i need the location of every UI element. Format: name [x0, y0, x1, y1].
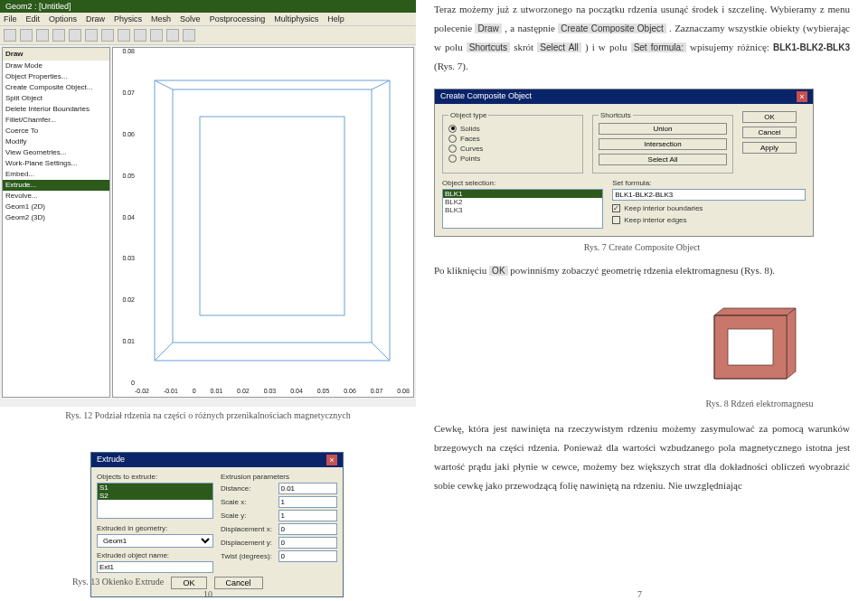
paragraph-3: Cewkę, która jest nawinięta na rzeczywis… — [434, 419, 850, 495]
y-tick: 0.05 — [115, 173, 135, 179]
list-item[interactable]: BLK1 — [443, 190, 602, 198]
model-tree[interactable]: Draw Draw ModeObject Properties...Create… — [2, 47, 110, 398]
menu-bar[interactable]: File Edit Options Draw Physics Mesh Solv… — [0, 13, 416, 26]
ok-button[interactable]: OK — [171, 577, 206, 589]
distance-field[interactable] — [278, 483, 338, 494]
object-selection-list[interactable]: BLK1 BLK2 BLK3 — [442, 189, 603, 229]
menu-postprocessing[interactable]: Postprocessing — [210, 14, 266, 23]
radio-faces[interactable]: Faces — [448, 135, 577, 143]
tree-item[interactable]: View Geometries... — [3, 147, 109, 158]
list-item[interactable]: S1 — [98, 484, 212, 492]
scaley-label: Scale y: — [221, 512, 275, 520]
shortcuts-group: Shortcuts Union Intersection Select All — [592, 111, 733, 174]
cancel-button[interactable]: Cancel — [742, 127, 797, 138]
figure-13-caption: Rys. 13 Okienko Extrude — [72, 577, 164, 587]
list-item[interactable]: BLK3 — [443, 206, 602, 214]
dispy-label: Displacement y: — [221, 539, 275, 547]
keep-boundaries-check[interactable]: ✓Keep interior boundaries — [612, 204, 806, 212]
radio-points[interactable]: Points — [448, 155, 577, 163]
geom-select[interactable]: Geom1 — [97, 534, 213, 548]
figure-8-core — [687, 288, 832, 397]
tree-item[interactable]: Split Object — [3, 93, 109, 104]
svg-marker-6 — [155, 80, 390, 361]
params-label: Extrusion parameters — [221, 473, 337, 481]
toolbar[interactable] — [0, 26, 416, 45]
menu-file[interactable]: File — [4, 14, 17, 23]
list-item[interactable]: BLK2 — [443, 198, 602, 206]
close-icon[interactable]: × — [326, 455, 337, 465]
tree-item[interactable]: Embed... — [3, 169, 109, 180]
y-tick: 0.06 — [115, 131, 135, 137]
tree-item[interactable]: Draw Mode — [3, 61, 109, 71]
menu-physics[interactable]: Physics — [114, 14, 142, 23]
intersection-button[interactable]: Intersection — [599, 138, 727, 150]
toolbar-button[interactable] — [166, 29, 179, 42]
close-icon[interactable]: × — [797, 91, 807, 102]
select-all-button[interactable]: Select All — [599, 154, 727, 165]
tree-item[interactable]: Revolve... — [3, 191, 109, 202]
tree-item[interactable]: Delete Interior Boundaries — [3, 104, 109, 115]
x-tick: 0.03 — [264, 388, 277, 397]
toolbar-button[interactable] — [85, 29, 98, 42]
extrude-dialog: Extrude × Objects to extrude: S1 S2 Extr… — [90, 452, 344, 597]
toolbar-button[interactable] — [52, 29, 65, 42]
menu-solve[interactable]: Solve — [180, 14, 201, 23]
geometry-canvas[interactable]: 0.080.070.060.050.040.030.020.010 -0.02-… — [112, 47, 414, 398]
shortcuts-legend: Shortcuts — [599, 111, 633, 119]
formula-text: BLK1-BLK2-BLK3 — [773, 42, 850, 52]
tree-item[interactable]: Geom1 (2D) — [3, 202, 109, 212]
toolbar-button[interactable] — [134, 29, 146, 42]
toolbar-button[interactable] — [118, 29, 130, 42]
menu-options[interactable]: Options — [49, 14, 77, 23]
objects-list[interactable]: S1 S2 — [97, 483, 213, 519]
svg-marker-10 — [728, 329, 773, 365]
tree-item[interactable]: Extrude... — [3, 180, 109, 191]
dispx-label: Displacement x: — [221, 525, 275, 533]
object-selection-label: Object selection: — [442, 179, 603, 187]
radio-solids[interactable]: Solids — [448, 125, 577, 133]
tree-item[interactable]: Coerce To — [3, 126, 109, 136]
toolbar-button[interactable] — [101, 29, 114, 42]
svg-marker-7 — [714, 308, 796, 315]
formula-field[interactable] — [612, 189, 806, 201]
cancel-button[interactable]: Cancel — [214, 577, 263, 589]
dispx-field[interactable] — [278, 523, 338, 535]
keep-edges-check[interactable]: Keep interior edges — [612, 216, 806, 224]
toolbar-button[interactable] — [36, 29, 49, 42]
menu-edit[interactable]: Edit — [26, 14, 41, 23]
toolbar-button[interactable] — [4, 29, 16, 42]
menu-mesh[interactable]: Mesh — [151, 14, 171, 23]
y-tick: 0.07 — [115, 89, 135, 96]
toolbar-button[interactable] — [183, 29, 195, 42]
toolbar-button[interactable] — [150, 29, 163, 42]
tree-item[interactable]: Create Composite Object... — [3, 82, 109, 93]
scaley-field[interactable] — [278, 510, 338, 521]
x-tick: 0.05 — [317, 388, 330, 397]
toolbar-button[interactable] — [69, 29, 81, 42]
apply-button[interactable]: Apply — [742, 142, 797, 154]
tree-item[interactable]: Object Properties... — [3, 71, 109, 82]
tree-item[interactable]: Work-Plane Settings... — [3, 158, 109, 169]
object-type-group: Object type Solids Faces Curves Points — [442, 111, 583, 174]
ok-label: OK — [489, 266, 507, 276]
tree-item[interactable]: Geom2 (3D) — [3, 212, 109, 223]
x-tick: 0 — [193, 388, 196, 397]
tree-item[interactable]: Modify — [3, 136, 109, 147]
radio-curves[interactable]: Curves — [448, 145, 577, 153]
menu-multiphysics[interactable]: Multiphysics — [274, 14, 318, 23]
menu-help[interactable]: Help — [327, 14, 344, 23]
dispy-field[interactable] — [278, 537, 338, 549]
menu-draw[interactable]: Draw — [86, 14, 105, 23]
figure-12-caption: Rys. 12 Podział rdzenia na części o różn… — [0, 410, 416, 420]
twist-field[interactable] — [278, 550, 338, 562]
scalex-field[interactable] — [278, 496, 338, 508]
list-item[interactable]: S2 — [98, 492, 212, 500]
toolbar-button[interactable] — [20, 29, 33, 42]
svg-marker-0 — [173, 89, 372, 343]
x-tick: 0.08 — [397, 388, 410, 397]
name-field[interactable] — [97, 561, 213, 573]
ok-button[interactable]: OK — [742, 111, 797, 123]
union-button[interactable]: Union — [599, 123, 727, 135]
geometry-svg — [137, 53, 408, 379]
tree-item[interactable]: Fillet/Chamfer... — [3, 115, 109, 126]
